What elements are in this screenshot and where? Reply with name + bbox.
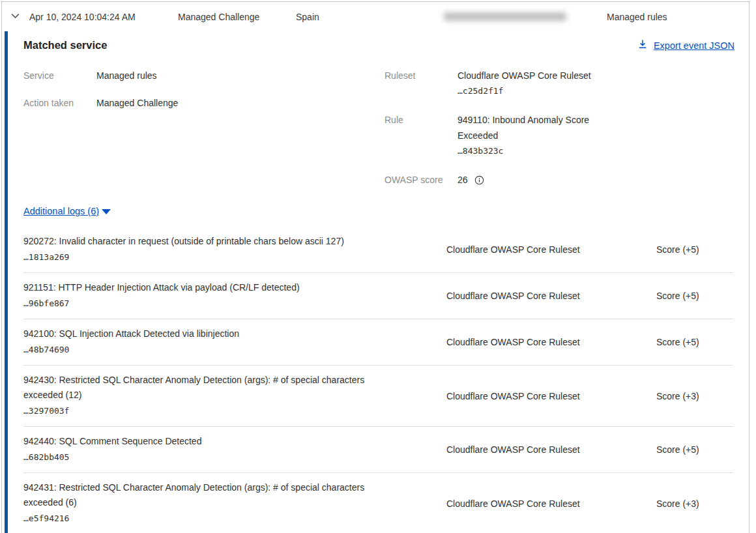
additional-logs-label: Additional logs (6)	[23, 206, 99, 216]
log-ruleset-name: Cloudflare OWASP Core Ruleset	[446, 291, 656, 301]
event-service: Managed rules	[607, 12, 667, 22]
log-score: Score (+5)	[656, 337, 733, 347]
event-summary-row[interactable]: Apr 10, 2024 10:04:24 AM Managed Challen…	[2, 2, 749, 31]
field-label: Rule	[385, 112, 458, 159]
field-action-taken: Action taken Managed Challenge	[23, 95, 385, 111]
log-score: Score (+5)	[656, 244, 733, 255]
log-rule-description: 921151: HTTP Header Injection Attack via…	[23, 280, 405, 295]
rule-name: 949110: Inbound Anomaly Score Exceeded	[458, 112, 620, 143]
log-score: Score (+3)	[656, 391, 733, 401]
log-rule-id: …96bfe867	[23, 296, 417, 311]
additional-logs-toggle[interactable]: Additional logs (6)	[23, 206, 111, 216]
log-row: 942431: Restricted SQL Character Anomaly…	[23, 473, 733, 533]
log-rule-description: 942430: Restricted SQL Character Anomaly…	[23, 373, 405, 403]
field-label: OWASP score	[385, 172, 458, 188]
log-score: Score (+5)	[656, 444, 733, 455]
download-icon	[637, 39, 648, 51]
log-rule-description: 942440: SQL Comment Sequence Detected	[23, 434, 405, 449]
field-rule: Rule 949110: Inbound Anomaly Score Excee…	[385, 112, 749, 159]
log-rule-description: 920272: Invalid character in request (ou…	[23, 234, 405, 249]
log-ruleset-name: Cloudflare OWASP Core Ruleset	[446, 337, 656, 347]
field-owasp-score: OWASP score 26	[385, 172, 749, 188]
event-detail-panel: Matched service Export event JSON Servic…	[5, 31, 749, 533]
log-rule-id: …1813a269	[23, 250, 417, 265]
chevron-down-icon	[10, 10, 21, 23]
log-rule-id: …682bb405	[23, 450, 417, 465]
field-label: Ruleset	[385, 68, 458, 99]
log-score: Score (+5)	[656, 291, 733, 301]
owasp-score-value: 26	[458, 172, 468, 188]
panel-title: Matched service	[23, 39, 107, 51]
log-rule-id: …3297003f	[23, 403, 417, 419]
chevron-expand[interactable]	[10, 10, 29, 23]
ruleset-name: Cloudflare OWASP Core Ruleset	[458, 68, 620, 83]
log-rule-description: 942100: SQL Injection Attack Detected vi…	[23, 326, 405, 341]
event-action: Managed Challenge	[178, 12, 296, 22]
log-ruleset-name: Cloudflare OWASP Core Ruleset	[446, 444, 656, 455]
field-value: Managed Challenge	[96, 95, 178, 111]
log-row: 921151: HTTP Header Injection Attack via…	[23, 273, 733, 319]
export-event-json-link[interactable]: Export event JSON	[637, 39, 734, 51]
log-row: 942100: SQL Injection Attack Detected vi…	[23, 319, 733, 366]
rule-id: …843b323c	[458, 143, 620, 159]
event-timestamp: Apr 10, 2024 10:04:24 AM	[29, 12, 178, 22]
info-icon[interactable]	[474, 175, 484, 185]
field-ruleset: Ruleset Cloudflare OWASP Core Ruleset …c…	[385, 68, 749, 99]
additional-logs-table: 920272: Invalid character in request (ou…	[23, 227, 733, 533]
caret-down-icon	[102, 209, 111, 214]
log-ruleset-name: Cloudflare OWASP Core Ruleset	[446, 498, 656, 509]
security-events-list: Apr 10, 2024 10:04:24 AM Managed Challen…	[1, 1, 749, 533]
field-label: Action taken	[23, 95, 96, 111]
log-row: 920272: Invalid character in request (ou…	[23, 227, 733, 273]
field-service: Service Managed rules	[23, 68, 385, 83]
log-rule-id: …e5f94216	[23, 511, 417, 526]
field-value: Managed rules	[96, 68, 157, 83]
log-ruleset-name: Cloudflare OWASP Core Ruleset	[446, 244, 656, 255]
log-rule-description: 942431: Restricted SQL Character Anomaly…	[23, 480, 405, 510]
field-label: Service	[23, 68, 96, 83]
log-row: 942440: SQL Comment Sequence Detected …6…	[23, 427, 733, 473]
log-ruleset-name: Cloudflare OWASP Core Ruleset	[446, 391, 656, 401]
log-rule-id: …48b74690	[23, 342, 417, 358]
log-row: 942430: Restricted SQL Character Anomaly…	[23, 366, 733, 427]
matched-service-fields: Service Managed rules Action taken Manag…	[23, 68, 749, 188]
ruleset-id: …c25d2f1f	[458, 83, 620, 99]
export-event-json-label: Export event JSON	[654, 40, 734, 51]
event-country: Spain	[296, 12, 444, 22]
redacted-host-value	[444, 12, 566, 21]
log-score: Score (+3)	[656, 498, 733, 509]
